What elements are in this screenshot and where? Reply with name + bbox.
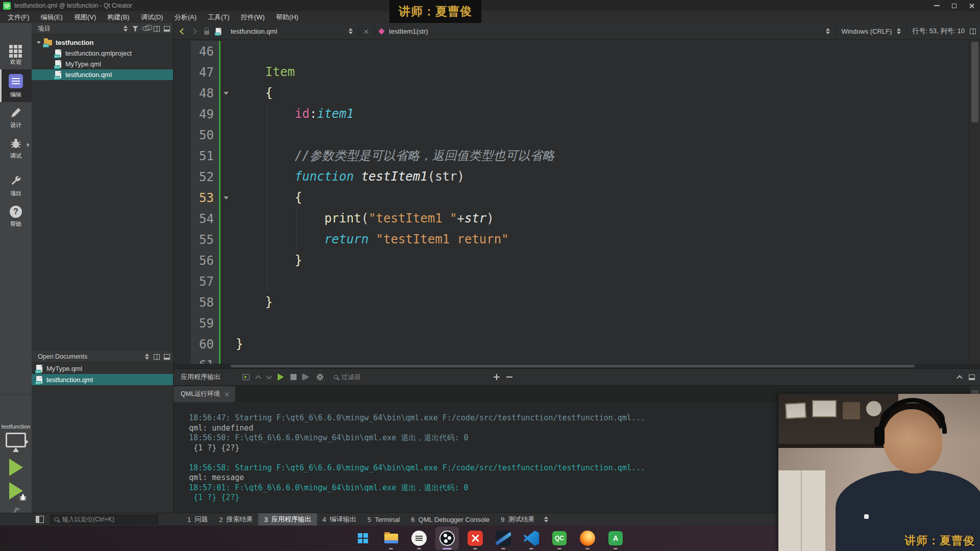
mode-projects[interactable]: 项目 (0, 170, 32, 201)
pane-issues[interactable]: 1问题 (182, 513, 213, 525)
open-documents-title[interactable]: Open Documents (38, 353, 87, 360)
mode-debug[interactable]: 调试 (0, 133, 32, 163)
code-text[interactable]: print("testItem1 "+str) (232, 208, 969, 229)
menu-edit[interactable]: 编辑(E) (35, 11, 68, 23)
taskbar-red-app[interactable] (463, 527, 487, 550)
taskbar-vscode[interactable] (520, 527, 543, 550)
pane-search-results[interactable]: 2搜索结果 (213, 513, 258, 525)
close-panel-icon[interactable] (164, 354, 170, 360)
back-icon[interactable] (180, 28, 186, 35)
mode-edit[interactable]: 编辑 (0, 69, 32, 102)
kit-selector[interactable]: testfunction (0, 394, 32, 519)
locator-input[interactable]: 输入以定位(Ctrl+K) (50, 515, 158, 524)
stop-icon[interactable] (290, 374, 297, 380)
taskbar-app-a[interactable]: A (604, 527, 627, 550)
code-text[interactable]: { (232, 187, 969, 208)
output-filter-input[interactable]: 过滤器 (334, 373, 487, 382)
mode-design[interactable]: 设计 (0, 102, 32, 133)
line-ending-dropdown-icon[interactable] (897, 28, 901, 34)
split-editor-icon[interactable] (970, 29, 976, 34)
tree-item-testfunction-qml[interactable]: testfunction.qml (32, 69, 173, 80)
fold-marker-icon[interactable] (224, 196, 229, 199)
open-doc-testfunction[interactable]: testfunction.qml (32, 374, 173, 385)
mode-welcome[interactable]: 欢迎 (0, 39, 32, 69)
file-dropdown-icon[interactable] (349, 28, 353, 34)
pane-terminal[interactable]: 5Terminal (362, 513, 405, 525)
code-text[interactable]: } (232, 334, 969, 355)
scrollbar-handle[interactable] (971, 42, 978, 122)
expand-chevron-icon[interactable] (37, 41, 41, 44)
attach-run-icon[interactable] (303, 373, 309, 381)
panel-selector-icon[interactable] (124, 26, 128, 32)
toggle-sidebar-icon[interactable] (36, 516, 44, 523)
code-text[interactable]: //参数类型是可以省略，返回值类型也可以省略 (232, 145, 969, 166)
menu-help[interactable]: 帮助(H) (271, 11, 304, 23)
maximize-panel-icon[interactable] (969, 374, 975, 380)
code-text[interactable]: } (232, 292, 969, 313)
split-panel-icon[interactable] (154, 26, 160, 32)
close-panel-icon[interactable] (164, 26, 170, 32)
taskbar-file-explorer[interactable] (379, 527, 403, 550)
encoding-dropdown-icon[interactable] (826, 28, 830, 34)
pane-application-output[interactable]: 3应用程序输出 (258, 513, 316, 525)
code-text[interactable]: Item (232, 62, 969, 83)
add-output-run-icon[interactable] (494, 377, 500, 378)
collapse-panel-icon[interactable] (957, 375, 962, 381)
menu-tools[interactable]: 工具(T) (202, 11, 235, 23)
taskbar-windows-start[interactable] (351, 527, 375, 550)
mode-help[interactable]: ? 帮助 (0, 201, 32, 232)
taskbar-obs-studio[interactable] (435, 527, 459, 550)
code-text[interactable]: return "testItem1 return" (232, 229, 969, 250)
scrollbar-handle[interactable] (231, 365, 915, 367)
tree-item-project-root[interactable]: testfunction (32, 37, 173, 48)
symbol-dropdown[interactable]: testItem1(str) (389, 28, 428, 35)
filter-icon[interactable] (132, 26, 138, 32)
menu-build[interactable]: 构建(B) (102, 11, 135, 23)
taskbar-video-app[interactable] (492, 527, 515, 550)
line-ending-selector[interactable]: Windows (CRLF) (841, 28, 892, 35)
taskbar-firefox[interactable] (576, 527, 599, 550)
taskbar-qt-creator[interactable]: QC (548, 527, 571, 550)
pane-test-results[interactable]: 9测试结果 (495, 513, 540, 525)
menu-analyze[interactable]: 分析(A) (169, 11, 202, 23)
tree-item-mytype[interactable]: MyType.qml (32, 59, 173, 69)
code-text[interactable]: function testItem1(str) (232, 166, 969, 187)
run-button[interactable] (9, 459, 23, 476)
link-with-editor-icon[interactable] (142, 27, 150, 31)
debug-run-button[interactable] (9, 482, 23, 499)
minimize-button[interactable] (928, 0, 945, 11)
close-button[interactable] (963, 0, 980, 11)
code-text[interactable]: { (232, 83, 969, 104)
panes-overflow-icon[interactable] (544, 516, 549, 522)
code-text[interactable]: } (232, 250, 969, 271)
panel-selector-icon[interactable] (145, 354, 150, 360)
maximize-button[interactable] (945, 0, 963, 11)
project-panel-title[interactable]: 项目 (38, 24, 51, 33)
run-output-icon[interactable] (278, 373, 284, 381)
remove-output-run-icon[interactable] (506, 377, 512, 378)
editor-horizontal-scrollbar[interactable] (174, 364, 980, 368)
open-file-dropdown[interactable]: testfunction.qml (231, 28, 277, 35)
pane-qml-debugger[interactable]: 6QML Debugger Console (405, 513, 495, 525)
menu-file[interactable]: 文件(F) (2, 11, 35, 23)
menu-widgets[interactable]: 控件(W) (235, 11, 271, 23)
tree-item-qmlproject[interactable]: testfunction.qmlproject (32, 48, 173, 59)
close-document-icon[interactable] (364, 29, 369, 34)
split-panel-icon[interactable] (154, 354, 160, 360)
taskbar-notes-app[interactable] (407, 527, 431, 550)
code-text[interactable]: id:item1 (232, 104, 969, 124)
menu-view[interactable]: 视图(V) (68, 11, 102, 23)
pane-compile-output[interactable]: 4编译输出 (317, 513, 362, 525)
output-pane-title[interactable]: 应用程序输出 (181, 372, 220, 382)
settings-gear-icon[interactable] (316, 373, 324, 381)
tab-qml-runtime[interactable]: QML运行环境 (174, 386, 236, 402)
rerun-icon[interactable] (242, 374, 250, 380)
editor-vertical-scrollbar[interactable] (969, 40, 980, 364)
menu-debug[interactable]: 调试(D) (135, 11, 169, 23)
forward-icon[interactable] (190, 28, 197, 35)
open-doc-mytype[interactable]: MyType.qml (32, 363, 173, 374)
fold-marker-icon[interactable] (224, 92, 229, 95)
next-item-icon[interactable] (266, 373, 272, 379)
previous-item-icon[interactable] (255, 375, 261, 381)
close-tab-icon[interactable] (225, 392, 229, 396)
